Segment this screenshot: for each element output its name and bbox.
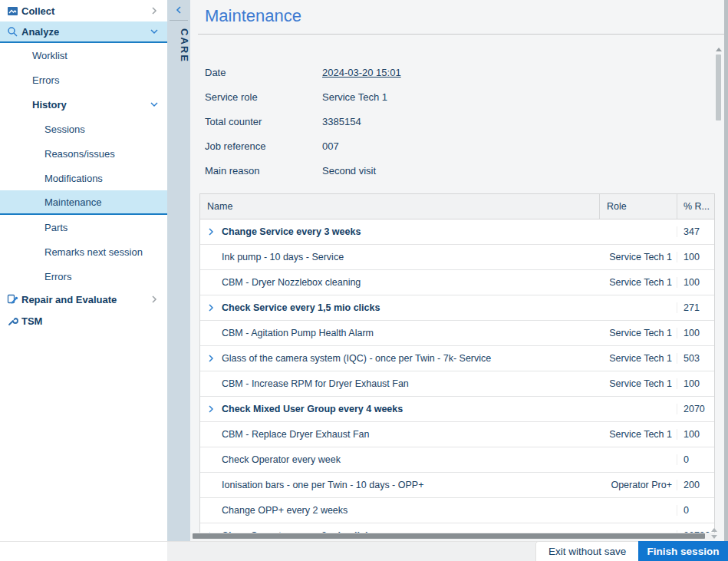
- table-row[interactable]: Check Mixed User Group every 4 weeks2070: [200, 397, 714, 422]
- field-total-counter: Total counter 3385154: [205, 109, 728, 134]
- sidebar-item-label: History: [0, 99, 67, 111]
- table-row[interactable]: CBM - Increase RPM for Dryer Exhaust Fan…: [200, 371, 714, 397]
- sidebar-item-label: Errors: [0, 74, 59, 86]
- expand-chevron-icon[interactable]: [200, 302, 222, 313]
- task-name: CBM - Dryer Nozzlebox cleaning: [222, 277, 599, 288]
- task-role: Service Tech 1: [599, 277, 677, 288]
- task-name: CBM - Increase RPM for Dryer Exhaust Fan: [222, 378, 599, 389]
- sidebar-item-analyze[interactable]: Analyze: [0, 21, 167, 43]
- task-name: Glass of the camera system (IQC) - once …: [222, 353, 599, 364]
- sidebar: CollectAnalyzeWorklistErrorsHistorySessi…: [0, 0, 167, 561]
- expand-chevron-icon[interactable]: [200, 226, 222, 237]
- expand-chevron-icon[interactable]: [200, 404, 222, 414]
- field-value: Service Tech 1: [322, 91, 387, 103]
- chevron-right-icon[interactable]: [149, 294, 160, 305]
- chevron-down-icon[interactable]: [149, 99, 160, 110]
- task-percent: 200: [677, 480, 714, 490]
- sidebar-item-history[interactable]: History: [0, 92, 167, 117]
- search-icon: [6, 25, 18, 38]
- task-role: Service Tech 1: [599, 378, 677, 389]
- sidebar-item-maintenance[interactable]: Maintenance: [0, 190, 167, 215]
- table-row[interactable]: CBM - Replace Dryer Exhaust FanService T…: [200, 422, 714, 447]
- sidebar-item-modifications[interactable]: Modifications: [0, 166, 167, 190]
- field-label: Service role: [205, 91, 322, 103]
- sidebar-item-collect[interactable]: Collect: [0, 0, 167, 21]
- session-fields: Date 2024-03-20 15:01 Service role Servi…: [205, 60, 728, 183]
- field-main-reason: Main reason Second visit: [205, 158, 728, 183]
- sidebar-item-label: Remarks next session: [0, 246, 143, 258]
- table-row[interactable]: Change OPP+ every 2 weeks0: [200, 498, 714, 523]
- page-title: Maintenance: [190, 0, 728, 26]
- sidebar-item-remarks-next-session[interactable]: Remarks next session: [0, 239, 167, 264]
- task-percent: 503: [677, 353, 714, 364]
- scrollbar-thumb[interactable]: [193, 533, 705, 539]
- task-percent: 100: [677, 378, 714, 389]
- sidebar-item-sessions[interactable]: Sessions: [0, 117, 167, 141]
- window-vertical-scrollbar[interactable]: [724, 0, 728, 561]
- table-row[interactable]: Ink pump - 10 days - ServiceService Tech…: [200, 245, 714, 270]
- sidebar-item-label: Modifications: [0, 173, 103, 184]
- task-percent: 347: [677, 226, 714, 237]
- scroll-up-arrow-icon[interactable]: [716, 48, 722, 51]
- field-value: 007: [322, 140, 339, 152]
- sidebar-item-reasons-issues[interactable]: Reasons/issues: [0, 141, 167, 166]
- table-row[interactable]: Check Service every 1,5 mio clicks271: [200, 295, 714, 321]
- table-row[interactable]: CBM - Dryer Nozzlebox cleaningService Te…: [200, 270, 714, 295]
- task-percent: 271: [677, 302, 714, 313]
- task-name: Change Service every 3 weeks: [222, 226, 599, 237]
- task-name: Check Operator every week: [222, 454, 599, 465]
- field-label: Job reference: [205, 140, 322, 152]
- task-name: CBM - Agitation Pump Health Alarm: [222, 328, 599, 338]
- column-header-percent[interactable]: % R...: [677, 194, 714, 219]
- task-percent: 0: [677, 454, 714, 465]
- collapse-panel-button[interactable]: [167, 2, 190, 20]
- field-label: Main reason: [205, 165, 322, 177]
- table-row[interactable]: Ionisation bars - one per Twin - 10 days…: [200, 473, 714, 498]
- column-header-name[interactable]: Name: [200, 194, 599, 219]
- divider: [198, 34, 724, 35]
- table-row[interactable]: Check Operator every week0: [200, 447, 714, 473]
- table-row[interactable]: Change Service every 3 weeks347: [200, 219, 714, 245]
- field-label: Date: [205, 67, 322, 78]
- date-link[interactable]: 2024-03-20 15:01: [322, 67, 401, 78]
- task-role: Service Tech 1: [599, 252, 677, 262]
- sidebar-item-parts[interactable]: Parts: [0, 215, 167, 239]
- column-header-role[interactable]: Role: [599, 194, 677, 219]
- scroll-down-arrow-icon[interactable]: [711, 535, 717, 539]
- finish-session-button[interactable]: Finish session: [638, 541, 728, 561]
- table-row[interactable]: Glass of the camera system (IQC) - once …: [200, 346, 714, 371]
- task-name: Ink pump - 10 days - Service: [222, 252, 599, 262]
- task-percent: 100: [677, 277, 714, 288]
- scrollbar-thumb[interactable]: [716, 54, 721, 120]
- collect-icon: [6, 5, 18, 17]
- field-label: Total counter: [205, 116, 322, 127]
- task-role: Service Tech 1: [599, 353, 677, 364]
- task-role: Service Tech 1: [599, 429, 677, 440]
- task-percent: 0: [677, 505, 714, 516]
- wrench-icon: [6, 315, 18, 327]
- table-horizontal-scrollbar[interactable]: [190, 533, 715, 540]
- sidebar-item-errors[interactable]: Errors: [0, 68, 167, 92]
- field-service-role: Service role Service Tech 1: [205, 84, 728, 109]
- expand-chevron-icon[interactable]: [200, 353, 222, 364]
- task-name: CBM - Replace Dryer Exhaust Fan: [222, 429, 599, 440]
- sidebar-item-tsm[interactable]: TSM: [0, 310, 167, 332]
- chevron-right-icon[interactable]: [149, 5, 160, 16]
- scroll-up-arrow-icon[interactable]: [711, 528, 717, 532]
- sidebar-item-worklist[interactable]: Worklist: [0, 43, 167, 68]
- care-tab-label[interactable]: CARE: [167, 28, 190, 63]
- task-percent: 100: [677, 328, 714, 338]
- exit-without-save-button[interactable]: Exit without save: [538, 542, 637, 561]
- sidebar-item-repair-and-evaluate[interactable]: Repair and Evaluate: [0, 289, 167, 310]
- repair-icon: [6, 293, 18, 305]
- table-row[interactable]: CBM - Agitation Pump Health AlarmService…: [200, 321, 714, 346]
- sidebar-item-errors[interactable]: Errors: [0, 264, 167, 289]
- content-vertical-scrollbar[interactable]: [715, 48, 722, 355]
- table-scroll-arrows[interactable]: [711, 528, 720, 541]
- task-name: Ionisation bars - one per Twin - 10 days…: [222, 480, 599, 490]
- footer-spacer: [167, 542, 535, 561]
- chevron-down-icon[interactable]: [149, 26, 160, 37]
- sidebar-item-label: Worklist: [0, 50, 68, 61]
- sidebar-item-label: Reasons/issues: [0, 148, 115, 160]
- footer-actions: Exit without save Finish session: [535, 541, 728, 561]
